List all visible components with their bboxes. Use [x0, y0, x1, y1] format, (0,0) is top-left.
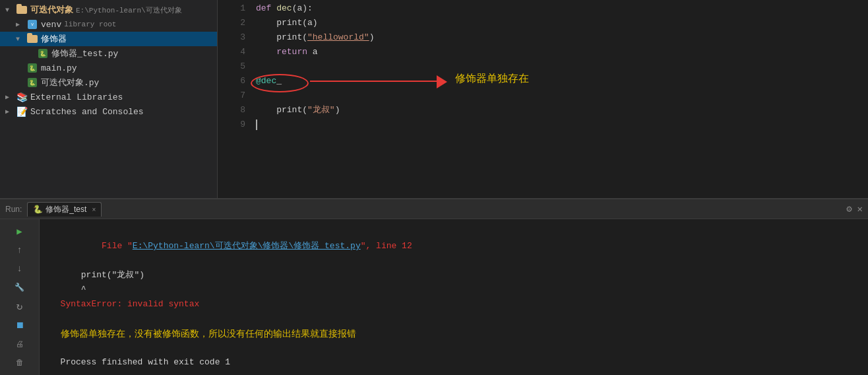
sidebar-item-main[interactable]: 🐍 main.py: [0, 61, 217, 75]
sidebar-decorator-test-label: 修饰器_test.py: [51, 48, 118, 59]
arrow-right-libs: ▶: [5, 93, 16, 101]
arrow-down: ▼: [5, 7, 16, 14]
return-val: a: [307, 45, 318, 59]
lib-icon: 📚: [16, 92, 28, 102]
str-longshu: "龙叔": [307, 103, 335, 118]
output-line-8: Process finished with exit code 1: [50, 355, 857, 370]
print-open: print(: [256, 30, 307, 45]
run-toolbar: Run: 🐍 修饰器_test × ⚙ ✕: [0, 199, 868, 219]
run-label: Run:: [5, 205, 22, 214]
code-line-3: print("helloworld"): [256, 30, 868, 45]
down-button[interactable]: ↓: [12, 262, 28, 276]
str-helloworld: "helloworld": [307, 30, 369, 45]
code-line-8: print("龙叔"): [256, 103, 868, 118]
py-icon-iterable: 🐍: [26, 78, 38, 87]
sidebar-decorator-label: 修饰器: [41, 33, 67, 45]
sidebar-extlibs-label: External Libraries: [30, 92, 123, 102]
code-line-7: [256, 88, 868, 103]
print-button[interactable]: 🖨: [12, 337, 28, 351]
err-link[interactable]: E:\Python-learn\可迭代对象\修饰器\修饰器_test.py: [133, 241, 361, 251]
output-line-3: ^: [50, 283, 857, 297]
delete-button[interactable]: 🗑: [12, 357, 28, 370]
sidebar-item-ext-libs[interactable]: ▶ 📚 External Libraries: [0, 90, 217, 104]
run-tab[interactable]: 🐍 修饰器_test ×: [27, 202, 102, 217]
top-section: ▼ 可迭代对象 E:\Python-learn\可迭代对象 ▶ v venv l…: [0, 0, 868, 198]
text-cursor: [256, 119, 257, 130]
sidebar-item-decorator-folder[interactable]: ▼ 修饰器: [0, 32, 217, 46]
bottom-panel: Run: 🐍 修饰器_test × ⚙ ✕ ▶ ↑ ↓ 🔧 ↻ ⏹ 🖨 🗑 Fi…: [0, 198, 868, 375]
sidebar-venv-label: venv: [41, 20, 61, 30]
err-line-num: ", line 12: [361, 241, 412, 251]
cursor-char: _: [276, 74, 282, 88]
output-line-6: 修饰器单独存在，没有被修饰函数，所以没有任何的输出结果就直接报错: [50, 326, 857, 341]
panel-controls: ▶ ↑ ↓ 🔧 ↻ ⏹ 🖨 🗑: [0, 219, 40, 375]
run-tab-name: 修饰器_test: [46, 204, 86, 215]
code-line-6: @dec_: [256, 74, 868, 88]
kw-return: return: [276, 45, 307, 59]
params: (a):: [292, 1, 313, 16]
sidebar: ▼ 可迭代对象 E:\Python-learn\可迭代对象 ▶ v venv l…: [0, 0, 218, 198]
stop-button[interactable]: ⏹: [12, 319, 28, 333]
run-tab-icon: 🐍: [33, 205, 43, 214]
scratch-icon: 📝: [16, 107, 28, 116]
py-icon-main: 🐍: [26, 63, 38, 73]
return-a: [256, 45, 276, 59]
sidebar-item-venv[interactable]: ▶ v venv library root: [0, 17, 217, 32]
play-button[interactable]: ▶: [12, 224, 28, 238]
code-line-4: return a: [256, 45, 868, 59]
code-line-2: print(a): [256, 16, 868, 30]
code-content[interactable]: def dec(a): print(a) print("helloworld")…: [251, 0, 868, 198]
output-line-1: File "E:\Python-learn\可迭代对象\修饰器\修饰器_test…: [50, 224, 857, 268]
arrow-right-scratches: ▶: [5, 108, 16, 116]
line-numbers: 1 2 3 4 5 6 7 8 9: [218, 0, 251, 198]
err-prefix: File ": [91, 241, 132, 251]
venv-icon: v: [26, 20, 38, 29]
close-panel-btn[interactable]: ✕: [857, 203, 863, 215]
wrench-button[interactable]: 🔧: [12, 281, 28, 295]
folder-icon: [16, 5, 28, 15]
output-line-2: print("龙叔"): [50, 268, 857, 283]
code-editor: 1 2 3 4 5 6 7 8 9 def dec(a): print(a) p…: [218, 0, 868, 198]
fn-dec: dec: [276, 1, 292, 16]
sidebar-iterable-label: 可迭代对象.py: [41, 77, 99, 88]
sidebar-root-label: 可迭代对象: [30, 4, 73, 16]
run-tab-close[interactable]: ×: [92, 206, 96, 213]
sidebar-item-root[interactable]: ▼ 可迭代对象 E:\Python-learn\可迭代对象: [0, 3, 217, 17]
sidebar-main-label: main.py: [41, 63, 77, 73]
rerun-button[interactable]: ↻: [12, 300, 28, 314]
output-line-5: [50, 312, 857, 326]
panel-body: ▶ ↑ ↓ 🔧 ↻ ⏹ 🖨 🗑 File "E:\Python-learn\可迭…: [0, 219, 868, 375]
sidebar-item-decorator-test[interactable]: 🐍 修饰器_test.py: [0, 46, 217, 61]
py-icon-test: 🐍: [37, 49, 49, 58]
print-close: ): [369, 30, 375, 45]
arrow-down-decorator: ▼: [16, 36, 26, 43]
code-line-5: [256, 59, 868, 74]
gear-button[interactable]: ⚙: [846, 203, 852, 215]
code-line-9: [256, 118, 868, 132]
arrow-right-venv: ▶: [16, 20, 26, 28]
sidebar-scratches-label: Scratches and Consoles: [30, 107, 144, 117]
sidebar-item-scratches[interactable]: ▶ 📝 Scratches and Consoles: [0, 104, 217, 119]
print-longs-close: ): [335, 103, 340, 118]
decorator-dec: @dec: [256, 74, 276, 88]
code-line-1: def dec(a):: [256, 1, 868, 16]
output-line-4: SyntaxError: invalid syntax: [50, 297, 857, 312]
up-button[interactable]: ↑: [12, 244, 28, 257]
folder-icon-decorator: [26, 34, 38, 44]
print-a: print(a): [256, 16, 318, 30]
sidebar-root-path: E:\Python-learn\可迭代对象: [76, 5, 182, 15]
sidebar-item-iterable[interactable]: 🐍 可迭代对象.py: [0, 75, 217, 90]
console-output: File "E:\Python-learn\可迭代对象\修饰器\修饰器_test…: [40, 219, 868, 375]
sidebar-venv-extra: library root: [64, 20, 116, 28]
print-longs-open: print(: [256, 103, 307, 118]
kw-def: def: [256, 1, 276, 16]
output-line-7: [50, 341, 857, 355]
